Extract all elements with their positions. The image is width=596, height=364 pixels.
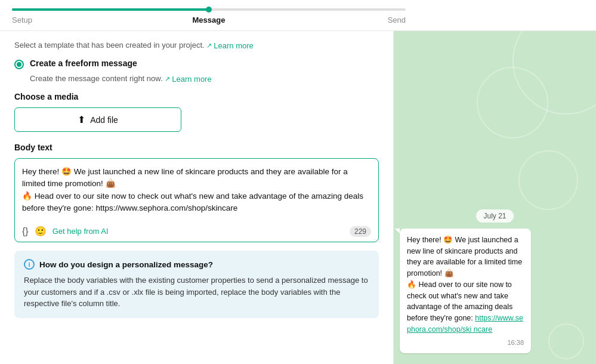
progress-bar-track — [12, 8, 406, 11]
upload-icon: ⬆ — [78, 114, 85, 125]
message-text-part1: Hey there! 🤩 We just launched a new line… — [407, 236, 522, 277]
body-text-section: Body text Hey there! 🤩 We just launched … — [14, 143, 379, 242]
message-time: 16:38 — [407, 338, 524, 348]
progress-bar-fill — [12, 8, 209, 11]
step-send[interactable]: Send — [274, 16, 406, 24]
info-box-title: i How do you design a personalized messa… — [24, 259, 369, 270]
freeform-learn-more-link[interactable]: Learn more — [165, 75, 211, 84]
template-notice: Select a template that has been created … — [14, 41, 379, 50]
body-textarea-wrapper: Hey there! 🤩 We just launched a new line… — [14, 158, 379, 242]
body-textarea[interactable]: Hey there! 🤩 We just launched a new line… — [22, 166, 371, 220]
template-learn-more-link[interactable]: Learn more — [206, 41, 253, 50]
char-count-badge: 229 — [350, 226, 371, 237]
step-setup[interactable]: Setup — [12, 16, 143, 24]
right-panel: July 21 Hey there! 🤩 We just launched a … — [394, 31, 596, 364]
freeform-radio-option[interactable]: Create a freeform message — [14, 58, 379, 69]
add-file-button[interactable]: ⬆ Add file — [14, 107, 181, 132]
curly-braces-icon[interactable]: {} — [22, 226, 29, 237]
freeform-radio-label: Create a freeform message — [30, 58, 137, 68]
body-section-title: Body text — [14, 143, 379, 152]
freeform-radio-circle[interactable] — [14, 60, 24, 69]
textarea-actions: {} 🙂 Get help from AI — [22, 226, 109, 237]
step-message[interactable]: Message — [143, 16, 274, 24]
message-bubble: Hey there! 🤩 We just launched a new line… — [400, 229, 531, 353]
left-panel: Select a template that has been created … — [0, 31, 394, 364]
info-box-text: Replace the body variables with the exis… — [24, 274, 369, 310]
textarea-footer: {} 🙂 Get help from AI 229 — [22, 226, 371, 237]
progress-section: Setup Message Send — [0, 0, 596, 31]
emoji-icon[interactable]: 🙂 — [35, 226, 47, 237]
info-icon: i — [24, 259, 35, 270]
freeform-description: Create the message content right now. Le… — [14, 74, 379, 84]
ai-help-link[interactable]: Get help from AI — [53, 227, 109, 236]
info-box: i How do you design a personalized messa… — [14, 251, 379, 318]
progress-steps: Setup Message Send — [12, 16, 406, 30]
main-layout: Select a template that has been created … — [0, 31, 596, 364]
media-section-title: Choose a media — [14, 92, 379, 101]
chat-area: July 21 Hey there! 🤩 We just launched a … — [394, 31, 596, 364]
date-badge: July 21 — [476, 209, 513, 223]
progress-dot — [206, 7, 212, 13]
